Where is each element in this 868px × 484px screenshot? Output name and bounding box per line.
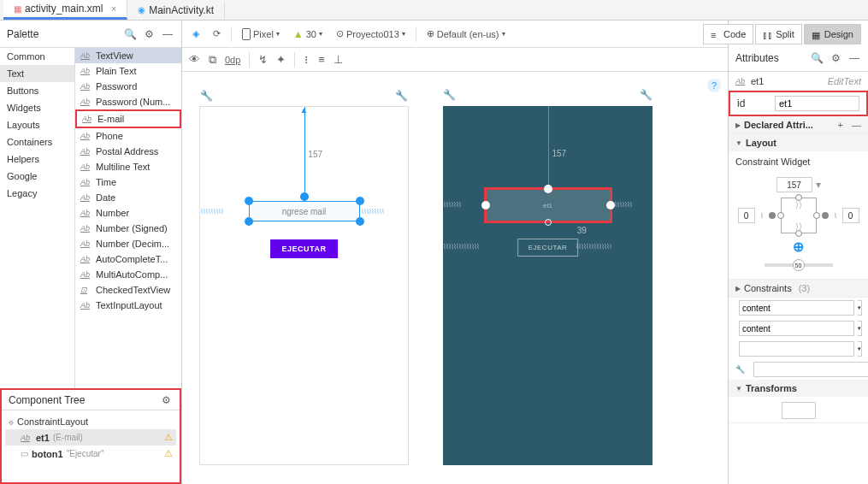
widget-password[interactable]: AbPassword: [75, 79, 181, 94]
category-legacy[interactable]: Legacy: [0, 185, 74, 202]
anchor-right[interactable]: [813, 212, 820, 219]
category-text[interactable]: Text: [0, 65, 74, 82]
dropdown-icon[interactable]: ▾: [858, 341, 862, 357]
clear-constraints-icon[interactable]: ↯: [258, 53, 268, 66]
design-preview[interactable]: 🔧 🔧 ▲ 157 ⌇⌇⌇⌇⌇⌇⌇⌇⌇ ⌇⌇⌇⌇⌇⌇⌇⌇⌇ ngrese mai…: [199, 106, 409, 465]
widget-textinputlayout[interactable]: AbTextInputLayout: [75, 298, 181, 313]
category-layouts[interactable]: Layouts: [0, 116, 74, 133]
anchor-bottom[interactable]: [795, 230, 802, 237]
widget-number[interactable]: AbNumber: [75, 205, 181, 221]
search-icon[interactable]: 🔍: [123, 27, 137, 41]
widget-multiautocomplete[interactable]: AbMultiAutoComp...: [75, 267, 181, 282]
tab-main-activity[interactable]: ◉ MainActivity.kt: [127, 2, 225, 19]
locale-selector[interactable]: ⊕Default (en-us) ▾: [423, 27, 509, 41]
category-widgets[interactable]: Widgets: [0, 99, 74, 116]
slider-thumb[interactable]: 50: [793, 259, 805, 271]
gear-icon[interactable]: ⚙: [159, 393, 173, 407]
tree-item-boton1[interactable]: ▭ boton1 "Ejecutar" ⚠: [5, 446, 176, 462]
visibility-input[interactable]: [739, 341, 854, 357]
chevron-down-icon[interactable]: ▾: [816, 179, 821, 191]
category-containers[interactable]: Containers: [0, 133, 74, 151]
add-constraint-icon[interactable]: ⊕: [793, 239, 804, 255]
category-helpers[interactable]: Helpers: [0, 151, 74, 168]
view-options-icon[interactable]: 👁: [189, 53, 200, 66]
section-layout[interactable]: ▼ Layout: [729, 134, 868, 151]
tools-visibility-input[interactable]: [753, 362, 868, 377]
tree-item-et1[interactable]: Ab et1 (E-mail) ⚠: [5, 429, 176, 446]
margin-top-input[interactable]: 157: [776, 177, 812, 192]
button-blueprint[interactable]: EJECUTAR: [517, 239, 579, 257]
widget-textview[interactable]: AbTextView: [75, 48, 181, 63]
help-icon[interactable]: ?: [707, 79, 721, 92]
gear-icon[interactable]: ⚙: [829, 51, 842, 65]
device-selector[interactable]: Pixel ▾: [239, 27, 283, 42]
margin-right-input[interactable]: 0: [842, 208, 859, 223]
api-selector[interactable]: ▲30 ▾: [290, 27, 326, 42]
edittext-blueprint[interactable]: et1: [484, 187, 612, 223]
selection-corner[interactable]: [246, 219, 251, 224]
search-icon[interactable]: 🔍: [810, 51, 824, 65]
widget-postal[interactable]: AbPostal Address: [75, 144, 181, 159]
anchor-left[interactable]: [481, 201, 490, 210]
widget-time[interactable]: AbTime: [75, 174, 181, 190]
warning-icon[interactable]: ⚠: [164, 448, 173, 459]
category-google[interactable]: Google: [0, 168, 74, 185]
view-split-button[interactable]: ⫿⫿Split: [755, 24, 801, 44]
constraint-box[interactable]: ⟩⟩ ⟩⟩: [781, 198, 817, 233]
section-constraints[interactable]: ▶ Constraints (3): [729, 280, 868, 297]
bias-slider[interactable]: 50: [765, 263, 833, 267]
widget-phone[interactable]: AbPhone: [75, 128, 181, 144]
view-design-button[interactable]: ▦Design: [804, 24, 861, 44]
anchor-top[interactable]: [544, 185, 552, 193]
widget-multiline[interactable]: AbMultiline Text: [75, 159, 181, 174]
selection-corner[interactable]: [357, 219, 363, 224]
selection-corner[interactable]: [246, 198, 251, 204]
autoconnect-icon[interactable]: ⧉: [209, 53, 216, 67]
widget-password-num[interactable]: AbPassword (Num...: [75, 94, 181, 109]
remove-icon[interactable]: —: [852, 120, 861, 130]
margin-left-input[interactable]: 0: [738, 208, 755, 223]
button-preview[interactable]: EJECUTAR: [270, 239, 339, 258]
layout-width-input[interactable]: [739, 300, 854, 316]
widget-checkedtextview[interactable]: ⊡CheckedTextView: [75, 282, 181, 298]
anchor-left[interactable]: [777, 212, 784, 219]
category-common[interactable]: Common: [0, 48, 74, 65]
add-icon[interactable]: +: [838, 120, 843, 130]
edittext-preview[interactable]: ngrese mail: [249, 201, 360, 221]
anchor-bottom[interactable]: [545, 219, 552, 226]
close-icon[interactable]: ×: [111, 4, 116, 14]
default-margin[interactable]: 0dp: [225, 55, 240, 65]
minimize-icon[interactable]: —: [847, 51, 861, 65]
gear-icon[interactable]: ⚙: [142, 27, 156, 41]
surface-select-icon[interactable]: ◈: [189, 27, 203, 41]
pack-icon[interactable]: ⊥: [334, 53, 343, 66]
tree-root[interactable]: ⟐ ConstraintLayout: [5, 414, 176, 429]
widget-plaintext[interactable]: AbPlain Text: [75, 63, 181, 79]
dropdown-icon[interactable]: ▾: [858, 321, 862, 336]
category-buttons[interactable]: Buttons: [0, 82, 74, 99]
anchor-dot[interactable]: [822, 212, 829, 219]
blueprint-preview[interactable]: 🔧 🔧 157 ⌇⌇⌇⌇⌇⌇⌇ ⌇⌇⌇⌇⌇⌇⌇ et1 39 ⌇⌇⌇: [443, 106, 652, 465]
tab-activity-main[interactable]: ▦ activity_main.xml ×: [3, 0, 127, 20]
widget-autocomplete[interactable]: AbAutoCompleteT...: [75, 251, 181, 267]
selection-corner[interactable]: [357, 198, 363, 204]
widget-email[interactable]: AbE-mail: [75, 109, 181, 128]
canvas-area[interactable]: 🔧 🔧 ▲ 157 ⌇⌇⌇⌇⌇⌇⌇⌇⌇ ⌇⌇⌇⌇⌇⌇⌇⌇⌇ ngrese mai…: [182, 72, 728, 484]
anchor-dot[interactable]: [769, 212, 776, 219]
constraint-widget[interactable]: 157 ▾ 0 ⌇ ⟩⟩ ⟩⟩: [735, 170, 861, 274]
widget-number-signed[interactable]: AbNumber (Signed): [75, 221, 181, 236]
layout-height-input[interactable]: [739, 321, 854, 336]
widget-number-decimal[interactable]: AbNumber (Decim...: [75, 236, 181, 251]
widget-date[interactable]: AbDate: [75, 190, 181, 205]
minimize-icon[interactable]: —: [161, 27, 174, 41]
section-transforms[interactable]: ▼ Transforms: [729, 380, 868, 397]
infer-constraints-icon[interactable]: ✦: [276, 53, 286, 66]
align-icon[interactable]: ≡: [318, 53, 325, 66]
anchor-right[interactable]: [606, 201, 615, 210]
view-code-button[interactable]: ≡Code: [703, 24, 753, 44]
id-input[interactable]: [775, 96, 859, 111]
guideline-icon[interactable]: ⫶: [304, 53, 310, 66]
dropdown-icon[interactable]: ▾: [858, 300, 862, 316]
section-declared-attributes[interactable]: ▶ Declared Attri... + —: [729, 116, 868, 133]
warning-icon[interactable]: ⚠: [164, 432, 173, 443]
